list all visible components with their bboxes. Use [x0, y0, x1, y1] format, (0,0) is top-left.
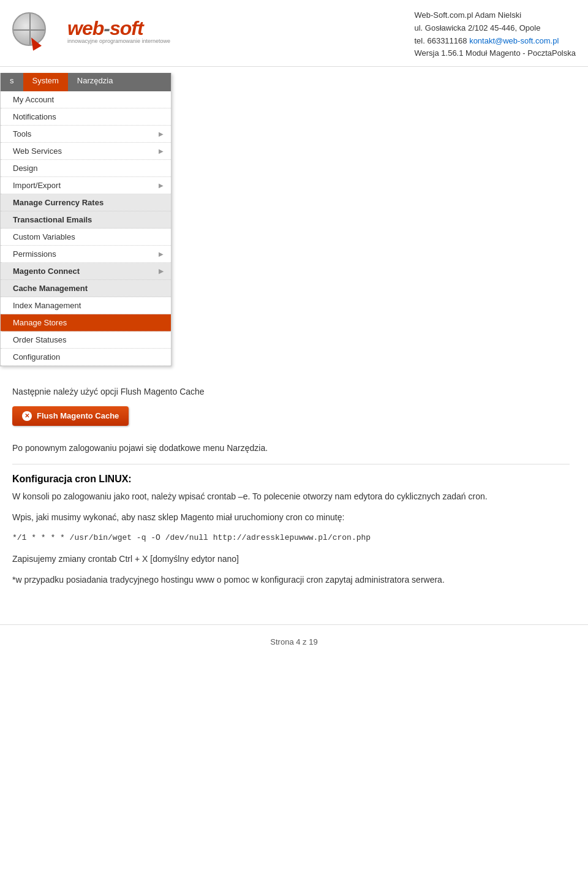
logo-brand-text: web-soft	[67, 17, 170, 40]
flush-magento-cache-button[interactable]: Flush Magento Cache	[12, 406, 129, 426]
nav-item-system[interactable]: System	[23, 73, 68, 91]
menu-item-manage-stores[interactable]: Manage Stores	[1, 314, 171, 331]
company-address: ul. Gosławicka 2/102 45-446, Opole	[414, 22, 576, 35]
menu-item-tools[interactable]: Tools ▶	[1, 126, 171, 143]
company-phone-email: tel. 663311168 kontakt@web-soft.com.pl	[414, 35, 576, 48]
menu-item-magento-connect[interactable]: Magento Connect ▶	[1, 263, 171, 280]
nav-item-narzedzia[interactable]: Narzędzia	[68, 73, 123, 91]
menu-item-index-management[interactable]: Index Management	[1, 297, 171, 314]
page-footer: Strona 4 z 19	[0, 624, 588, 659]
header-info: Web-Soft.com.pl Adam Nielski ul. Gosławi…	[414, 9, 576, 60]
menu-label-my-account: My Account	[13, 95, 54, 104]
arrow-icon-import-export: ▶	[159, 182, 164, 189]
nav-item-s[interactable]: s	[1, 73, 23, 91]
menu-label-permissions: Permissions	[13, 249, 56, 259]
para2: Wpis, jaki musimy wykonać, aby nasz skle…	[12, 510, 570, 524]
menu-item-cache-management[interactable]: Cache Management	[1, 280, 171, 297]
code-line: */1 * * * * /usr/bin/wget -q -O /dev/nul…	[12, 532, 570, 545]
arrow-icon-permissions: ▶	[159, 251, 164, 257]
menu-navbar: s System Narzędzia	[1, 73, 171, 91]
arrow-icon-magento-connect: ▶	[159, 268, 164, 275]
page-header: web-soft innowacyjne oprogramowanie inte…	[0, 0, 588, 67]
menu-label-order-statuses: Order Statuses	[13, 335, 66, 344]
intro-text: Następnie należy użyć opcji Flush Magent…	[12, 385, 570, 398]
version-text: Wersja 1.56.1 Moduł Magento - PocztaPols…	[414, 47, 576, 60]
email-link[interactable]: kontakt@web-soft.com.pl	[469, 36, 559, 45]
menu-item-order-statuses[interactable]: Order Statuses	[1, 331, 171, 349]
menu-item-transactional-emails[interactable]: Transactional Emails	[1, 211, 171, 229]
menu-item-permissions[interactable]: Permissions ▶	[1, 246, 171, 263]
menu-label-index-management: Index Management	[13, 301, 81, 310]
divider	[12, 464, 570, 464]
logo-box	[12, 9, 61, 52]
menu-label-tools: Tools	[13, 129, 31, 138]
flush-button-label: Flush Magento Cache	[37, 411, 119, 420]
menu-item-import-export[interactable]: Import/Export ▶	[1, 177, 171, 194]
menu-label-manage-stores: Manage Stores	[13, 318, 67, 327]
menu-item-custom-variables[interactable]: Custom Variables	[1, 229, 171, 246]
konfiguracja-heading: Konfiguracja cron LINUX:	[12, 474, 570, 485]
menu-item-manage-currency-rates[interactable]: Manage Currency Rates	[1, 194, 171, 211]
logo-text: web-soft innowacyjne oprogramowanie inte…	[67, 17, 170, 44]
flush-button-icon	[22, 411, 32, 421]
menu-item-my-account[interactable]: My Account	[1, 91, 171, 108]
menu-label-configuration: Configuration	[13, 352, 60, 362]
menu-label-web-services: Web Services	[13, 146, 62, 156]
menu-label-custom-variables: Custom Variables	[13, 232, 75, 241]
para4: *w przypadku posiadania tradycyjnego hos…	[12, 573, 570, 586]
para1: W konsoli po zalogowaniu jako root, nale…	[12, 490, 570, 503]
para3: Zapisujemy zmiany crontab Ctrl + X [domy…	[12, 552, 570, 566]
menu-screenshot-area: s System Narzędzia My Account Notificati…	[0, 73, 576, 366]
menu-label-manage-currency-rates: Manage Currency Rates	[13, 198, 104, 207]
logo-area: web-soft innowacyjne oprogramowanie inte…	[12, 9, 170, 52]
menu-item-configuration[interactable]: Configuration	[1, 349, 171, 366]
arrow-icon-web-services: ▶	[159, 148, 164, 154]
menu-item-notifications[interactable]: Notifications	[1, 108, 171, 126]
konfiguracja-heading-text: Konfiguracja cron LINUX:	[12, 474, 132, 484]
menu-label-magento-connect: Magento Connect	[13, 267, 80, 276]
menu-label-transactional-emails: Transactional Emails	[13, 215, 92, 224]
phone-text: tel. 663311168	[414, 36, 469, 45]
menu-label-design: Design	[13, 164, 37, 173]
menu-item-design[interactable]: Design	[1, 160, 171, 177]
page-content: Następnie należy użyć opcji Flush Magent…	[0, 379, 588, 606]
admin-menu: s System Narzędzia My Account Notificati…	[0, 73, 172, 366]
menu-label-notifications: Notifications	[13, 112, 56, 121]
page-number: Strona 4 z 19	[270, 637, 317, 646]
after-button-text: Po ponownym zalogowaniu pojawi się dodat…	[12, 441, 570, 455]
company-name: Web-Soft.com.pl Adam Nielski	[414, 9, 576, 22]
menu-item-web-services[interactable]: Web Services ▶	[1, 143, 171, 160]
menu-label-import-export: Import/Export	[13, 181, 61, 190]
arrow-icon-tools: ▶	[159, 131, 164, 137]
menu-label-cache-management: Cache Management	[13, 284, 88, 293]
logo-tagline: innowacyjne oprogramowanie internetowe	[67, 38, 170, 44]
